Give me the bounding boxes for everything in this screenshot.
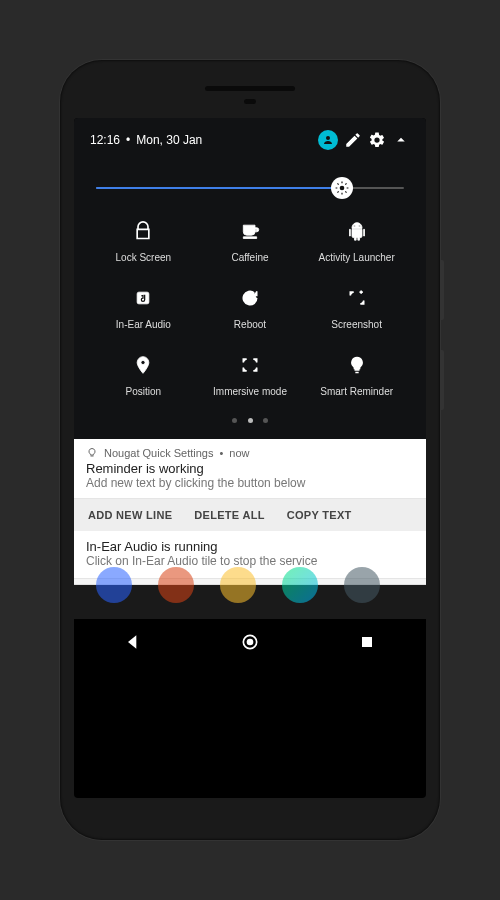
- screenshot-icon: [303, 285, 410, 311]
- settings-icon[interactable]: [368, 131, 386, 149]
- tile-screenshot[interactable]: Screenshot: [303, 285, 410, 330]
- notification-actions: ADD NEW LINE DELETE ALL COPY TEXT: [74, 499, 426, 531]
- reboot-icon: [197, 285, 304, 311]
- volume-up-button[interactable]: [440, 260, 444, 320]
- svg-point-10: [353, 225, 355, 227]
- status-bar: 12:16 • Mon, 30 Jan: [90, 130, 410, 150]
- tile-label: Reboot: [197, 319, 304, 330]
- tile-label: Activity Launcher: [303, 252, 410, 263]
- background-apps-peek: [74, 585, 426, 619]
- recents-button[interactable]: [357, 632, 377, 652]
- tile-in-ear-audio[interactable]: In-Ear Audio: [90, 285, 197, 330]
- bulb-icon: [303, 352, 410, 378]
- tile-label: Position: [90, 386, 197, 397]
- tile-caffeine[interactable]: Caffeine: [197, 218, 304, 263]
- notification-body: Click on In-Ear Audio tile to stop the s…: [86, 554, 414, 568]
- svg-line-6: [338, 183, 339, 184]
- action-delete-all[interactable]: DELETE ALL: [194, 509, 264, 521]
- tile-position[interactable]: Position: [90, 352, 197, 397]
- quick-settings-panel: 12:16 • Mon, 30 Jan: [74, 118, 426, 439]
- action-add-new-line[interactable]: ADD NEW LINE: [88, 509, 172, 521]
- navigation-bar: [74, 619, 426, 665]
- sensor: [244, 99, 256, 104]
- svg-line-8: [338, 191, 339, 192]
- tile-smart-reminder[interactable]: Smart Reminder: [303, 352, 410, 397]
- notification-header: Nougat Quick Settings • now: [74, 439, 426, 461]
- svg-point-0: [326, 136, 330, 140]
- music-note-icon: [90, 285, 197, 311]
- tile-label: Caffeine: [197, 252, 304, 263]
- location-icon: [90, 352, 197, 378]
- slider-thumb[interactable]: [331, 177, 353, 199]
- notification-when: now: [229, 447, 249, 459]
- action-copy-text[interactable]: COPY TEXT: [287, 509, 352, 521]
- svg-rect-15: [362, 637, 372, 647]
- tiles-grid: Lock Screen Caffeine Activity Launcher I…: [90, 218, 410, 397]
- svg-point-14: [247, 639, 254, 646]
- home-button[interactable]: [240, 632, 260, 652]
- tile-lock-screen[interactable]: Lock Screen: [90, 218, 197, 263]
- coffee-icon: [197, 218, 304, 244]
- tile-label: In-Ear Audio: [90, 319, 197, 330]
- user-avatar-icon[interactable]: [318, 130, 338, 150]
- earpiece: [205, 86, 295, 91]
- slider-fill: [96, 187, 342, 189]
- svg-line-9: [346, 183, 347, 184]
- notification-app: Nougat Quick Settings: [104, 447, 213, 459]
- status-sep: •: [126, 133, 130, 147]
- pager-dots[interactable]: [90, 409, 410, 427]
- bulb-icon: [86, 447, 98, 459]
- screen: 12:16 • Mon, 30 Jan: [74, 118, 426, 798]
- notification-reminder[interactable]: Nougat Quick Settings • now Reminder is …: [74, 439, 426, 499]
- svg-point-1: [340, 186, 345, 191]
- tile-reboot[interactable]: Reboot: [197, 285, 304, 330]
- collapse-icon[interactable]: [392, 131, 410, 149]
- svg-line-7: [346, 191, 347, 192]
- notification-body: Add new text by clicking the button belo…: [74, 476, 426, 498]
- phone-frame: 12:16 • Mon, 30 Jan: [60, 60, 440, 840]
- back-button[interactable]: [123, 632, 143, 652]
- tile-label: Screenshot: [303, 319, 410, 330]
- tile-label: Immersive mode: [197, 386, 304, 397]
- notification-title: In-Ear Audio is running: [86, 539, 414, 554]
- notification-sep: •: [219, 447, 223, 459]
- tile-label: Lock Screen: [90, 252, 197, 263]
- tile-immersive-mode[interactable]: Immersive mode: [197, 352, 304, 397]
- lock-icon: [90, 218, 197, 244]
- fullscreen-icon: [197, 352, 304, 378]
- clock-text: 12:16: [90, 133, 120, 147]
- edit-icon[interactable]: [344, 131, 362, 149]
- brightness-slider[interactable]: [96, 178, 404, 198]
- android-icon: [303, 218, 410, 244]
- svg-point-11: [358, 225, 360, 227]
- tile-label: Smart Reminder: [303, 386, 410, 397]
- pager-dot-active: [248, 418, 253, 423]
- date-text: Mon, 30 Jan: [136, 133, 202, 147]
- notification-title: Reminder is working: [74, 461, 426, 476]
- tile-activity-launcher[interactable]: Activity Launcher: [303, 218, 410, 263]
- pager-dot: [232, 418, 237, 423]
- pager-dot: [263, 418, 268, 423]
- volume-down-button[interactable]: [440, 350, 444, 410]
